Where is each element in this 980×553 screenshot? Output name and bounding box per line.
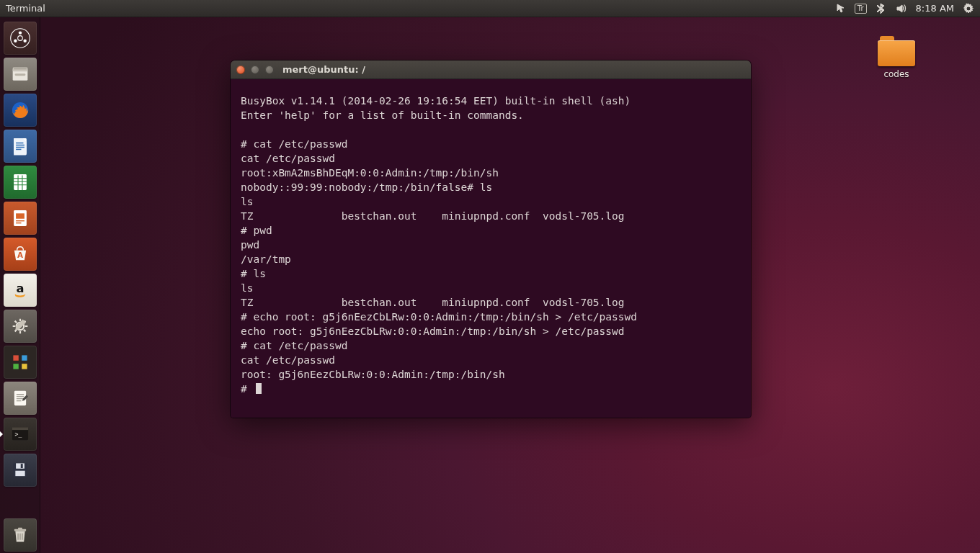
launcher-app-grid[interactable] xyxy=(4,346,37,379)
launcher-impress[interactable] xyxy=(4,202,37,235)
window-maximize-button[interactable] xyxy=(265,66,274,74)
svg-rect-14 xyxy=(16,149,21,150)
svg-rect-17 xyxy=(16,213,24,218)
terminal-cursor xyxy=(256,383,262,394)
svg-rect-12 xyxy=(16,145,24,145)
desktop-folder-label: codes xyxy=(883,69,909,79)
svg-rect-36 xyxy=(18,528,22,530)
bluetooth-icon[interactable] xyxy=(876,3,887,14)
launcher-amazon[interactable]: a xyxy=(4,274,37,307)
keyboard-layout-indicator[interactable]: Tr xyxy=(855,4,867,14)
svg-rect-13 xyxy=(16,147,24,148)
desktop-folder-codes[interactable]: codes xyxy=(878,36,915,79)
svg-rect-11 xyxy=(16,143,23,143)
clock[interactable]: 8:18 AM xyxy=(916,3,954,14)
svg-rect-26 xyxy=(22,364,27,369)
launcher-trash[interactable] xyxy=(4,518,37,552)
svg-rect-7 xyxy=(14,68,27,69)
svg-point-3 xyxy=(23,39,26,42)
svg-point-1 xyxy=(18,31,21,34)
system-menu-icon[interactable] xyxy=(963,3,974,14)
svg-rect-33 xyxy=(20,464,22,468)
svg-rect-23 xyxy=(13,355,18,360)
launcher-dash[interactable] xyxy=(4,22,37,55)
launcher-text-editor[interactable] xyxy=(4,382,37,415)
svg-rect-32 xyxy=(16,463,24,468)
launcher-software-center[interactable]: A xyxy=(4,238,37,271)
launcher-firefox[interactable] xyxy=(4,94,37,127)
launcher-terminal[interactable]: >_ xyxy=(4,418,37,451)
network-icon[interactable] xyxy=(834,3,846,14)
launcher-settings[interactable] xyxy=(4,310,37,343)
window-titlebar[interactable]: mert@ubuntu: / xyxy=(231,60,751,79)
top-panel: Terminal Tr 8:18 AM xyxy=(0,0,980,17)
svg-rect-34 xyxy=(15,471,24,476)
svg-rect-29 xyxy=(12,427,27,430)
window-title: mert@ubuntu: / xyxy=(282,64,365,75)
launcher-calc[interactable] xyxy=(4,166,37,199)
svg-rect-8 xyxy=(14,73,25,76)
launcher-writer[interactable] xyxy=(4,130,37,163)
svg-text:A: A xyxy=(17,251,23,259)
svg-text:>_: >_ xyxy=(14,431,22,438)
unity-launcher: A a >_ xyxy=(0,17,40,553)
volume-icon[interactable] xyxy=(896,3,907,14)
folder-icon xyxy=(878,36,915,66)
active-app-label[interactable]: Terminal xyxy=(6,3,45,14)
terminal-output[interactable]: BusyBox v1.14.1 (2014-02-26 19:16:54 EET… xyxy=(231,79,751,418)
svg-point-2 xyxy=(14,39,17,42)
svg-text:a: a xyxy=(16,282,24,295)
svg-rect-18 xyxy=(16,220,24,221)
launcher-save-disk[interactable] xyxy=(4,454,37,487)
svg-rect-25 xyxy=(13,364,18,369)
window-close-button[interactable] xyxy=(236,66,245,74)
launcher-files[interactable] xyxy=(4,58,37,91)
svg-point-4 xyxy=(17,36,22,41)
svg-rect-15 xyxy=(14,174,27,190)
svg-rect-19 xyxy=(16,222,21,223)
terminal-window[interactable]: mert@ubuntu: / BusyBox v1.14.1 (2014-02-… xyxy=(231,60,751,418)
window-minimize-button[interactable] xyxy=(251,66,259,74)
svg-rect-24 xyxy=(22,355,27,360)
